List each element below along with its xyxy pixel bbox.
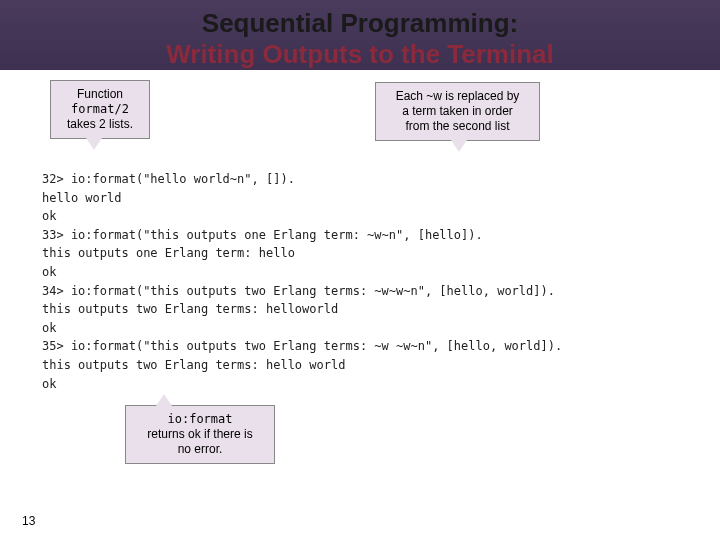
callout-tilde-w: Each ~w is replaced by a term taken in o… bbox=[375, 82, 540, 141]
code-line: 32> io:format("hello world~n", []). bbox=[42, 172, 295, 186]
title-line-1: Sequential Programming: bbox=[0, 8, 720, 39]
code-line: ok bbox=[42, 321, 56, 335]
callout-text: format/2 bbox=[61, 102, 139, 117]
callout-text: Each ~w is replaced by bbox=[386, 89, 529, 104]
page-number: 13 bbox=[22, 514, 35, 528]
code-line: hello world bbox=[42, 191, 121, 205]
code-line: this outputs two Erlang terms: hello wor… bbox=[42, 358, 345, 372]
callout-text: a term taken in order bbox=[386, 104, 529, 119]
code-line: 34> io:format("this outputs two Erlang t… bbox=[42, 284, 555, 298]
code-line: ok bbox=[42, 265, 56, 279]
code-line: 33> io:format("this outputs one Erlang t… bbox=[42, 228, 483, 242]
code-line: 35> io:format("this outputs two Erlang t… bbox=[42, 339, 562, 353]
code-line: ok bbox=[42, 209, 56, 223]
callout-text: from the second list bbox=[386, 119, 529, 134]
callout-text: returns ok if there is bbox=[136, 427, 264, 442]
erlang-shell-output: 32> io:format("hello world~n", []). hell… bbox=[42, 170, 562, 393]
callout-text: no error. bbox=[136, 442, 264, 457]
callout-function-format: Function format/2 takes 2 lists. bbox=[50, 80, 150, 139]
slide-header: Sequential Programming: Writing Outputs … bbox=[0, 0, 720, 84]
title-line-2: Writing Outputs to the Terminal bbox=[0, 39, 720, 70]
callout-text: Function bbox=[61, 87, 139, 102]
callout-text: io:format bbox=[136, 412, 264, 427]
callout-text: takes 2 lists. bbox=[61, 117, 139, 132]
code-line: ok bbox=[42, 377, 56, 391]
callout-returns-ok: io:format returns ok if there is no erro… bbox=[125, 405, 275, 464]
code-line: this outputs two Erlang terms: helloworl… bbox=[42, 302, 338, 316]
code-line: this outputs one Erlang term: hello bbox=[42, 246, 295, 260]
